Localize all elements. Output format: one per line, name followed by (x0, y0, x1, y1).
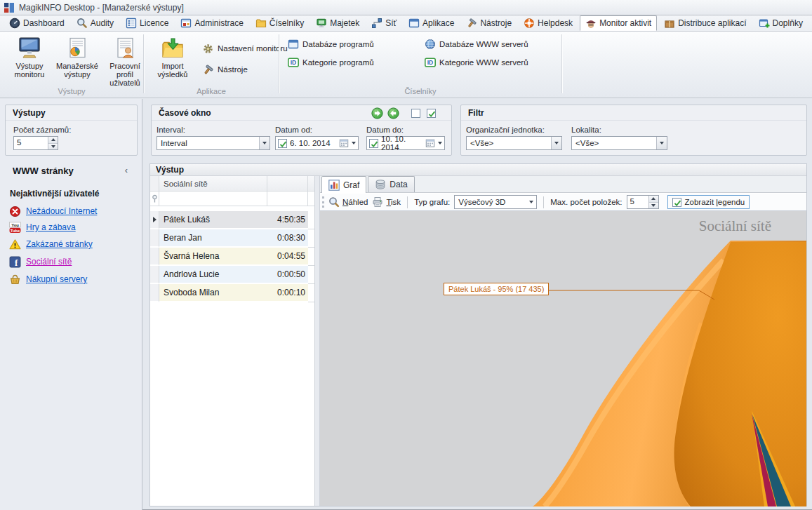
chart-toolbar: Náhled Tisk Typ grafu: Výsečový 3D Max. … (320, 194, 806, 210)
date-from-picker[interactable]: 6. 10. 2014 (275, 136, 359, 150)
sidebar-link-socialni-site[interactable]: f Sociální sítě (9, 255, 72, 269)
zakazane-stranky-link[interactable]: Zakázané stránky (26, 239, 93, 249)
magnifier-icon (328, 196, 340, 208)
monitor-outputs-icon (18, 35, 41, 62)
gear-icon (202, 43, 214, 55)
zobrazit-legendu-checkbox[interactable]: Zobrazit legendu (667, 195, 750, 209)
calendar-icon[interactable] (425, 138, 435, 148)
databaze-programu-button[interactable]: Databáze programů (288, 37, 374, 51)
calendar-icon[interactable] (339, 138, 349, 148)
databaze-www-serveru-button[interactable]: Databáze WWW serverů (425, 37, 528, 51)
sidebar-link-zakazane-stranky[interactable]: Zakázané stránky (9, 237, 93, 251)
chevron-down-icon[interactable] (656, 137, 667, 149)
kategorie-www-serveru-button[interactable]: ID Kategorie WWW serverů (425, 55, 528, 69)
spinner-up-button[interactable] (48, 137, 58, 144)
chart-tab-strip: Graf Data (320, 176, 806, 193)
table-row[interactable]: Beran Jan 0:08:30 (150, 229, 314, 248)
panel-filtr: Filtr Organizační jednotka: <Vše> Lokali… (460, 105, 807, 156)
tab-distribuce-aplikaci[interactable]: Distribuce aplikací (659, 15, 751, 31)
nahled-button[interactable]: Náhled (328, 196, 368, 208)
kategorie-programu-button[interactable]: ID Kategorie programů (288, 55, 374, 69)
chevron-down-icon[interactable] (438, 142, 442, 145)
socialni-site-link[interactable]: Sociální sítě (26, 257, 72, 267)
date-to-checkbox[interactable] (369, 139, 378, 148)
cell-time: 0:00:50 (267, 266, 308, 284)
tab-dashboard[interactable]: Dashboard (4, 15, 69, 31)
panel-casove-okno-title: Časové okno (152, 105, 451, 121)
tab-sit[interactable]: Síť (366, 15, 401, 31)
tab-majetek[interactable]: Majetek (311, 15, 364, 31)
org-jednotka-combobox[interactable]: <Vše> (466, 136, 562, 150)
column-header-time[interactable] (267, 176, 308, 192)
filter-pin-icon[interactable] (150, 192, 159, 206)
column-header-socialni-site[interactable]: Sociální sítě (159, 176, 267, 192)
tab-data[interactable]: Data (368, 176, 414, 192)
legend-checkbox-box[interactable] (672, 198, 681, 207)
hry-a-zabava-link[interactable]: Hry a zábava (26, 222, 76, 232)
sidebar-link-hry-a-zabava[interactable]: YouTube Hry a zábava (9, 219, 76, 236)
lokalita-combobox[interactable]: <Vše> (571, 136, 667, 150)
tab-helpdesk[interactable]: Helpdesk (519, 15, 578, 31)
prev-window-button[interactable] (387, 107, 399, 119)
chart-type-combobox[interactable]: Výsečový 3D (454, 195, 537, 209)
sidebar-collapse-button[interactable]: ‹ (121, 165, 132, 175)
chevron-down-icon[interactable] (551, 137, 561, 149)
tab-doplnky[interactable]: Doplňky (754, 15, 808, 31)
vystupy-monitoru-button[interactable]: Výstupy monitoru (6, 34, 53, 88)
record-count-spinner[interactable]: 5 (13, 136, 58, 150)
sidebar-link-nezadouci-internet[interactable]: Nežádoucí Internet (9, 204, 97, 218)
tisk-button[interactable]: Tisk (372, 196, 401, 208)
window-option-checkbox-checked[interactable] (427, 109, 436, 118)
tab-monitor-aktivit[interactable]: Monitor aktivit (580, 15, 657, 31)
cell-time: 0:08:30 (267, 229, 308, 248)
kategorie-www-serveru-label: Kategorie WWW serverů (439, 58, 528, 67)
nakupni-servery-link[interactable]: Nákupní servery (26, 274, 87, 284)
tab-aplikace[interactable]: Aplikace (404, 15, 459, 31)
manazerske-vystupy-button[interactable]: Manažerské výstupy (53, 34, 101, 88)
sidebar-link-nakupni-servery[interactable]: Nákupní servery (9, 272, 87, 286)
window-option-checkbox-unchecked[interactable] (411, 109, 420, 118)
tab-ciselniky[interactable]: Číselníky (251, 15, 309, 31)
import-vysledku-button[interactable]: Import výsledků (149, 34, 197, 88)
tab-nastroje[interactable]: Nástroje (461, 15, 517, 31)
pracovni-profil-button[interactable]: Pracovní profil uživatelů (101, 34, 149, 88)
next-window-button[interactable] (371, 107, 383, 119)
nezadouci-internet-link[interactable]: Nežádoucí Internet (26, 206, 97, 216)
tab-graf[interactable]: Graf (321, 176, 366, 193)
tab-administrace[interactable]: Administrace (175, 15, 248, 31)
max-items-spinner[interactable]: 5 (627, 195, 659, 209)
table-row[interactable]: Andrlová Lucie 0:00:50 (150, 266, 314, 284)
spinner-down-button[interactable] (649, 203, 658, 209)
blocked-icon (9, 206, 21, 217)
filter-cell-time[interactable] (267, 192, 308, 206)
title-bar: MagikINFO Desktop - [Manažerské výstupy] (0, 0, 812, 15)
group-caption-ciselniky: Číselníky (279, 87, 561, 95)
chevron-down-icon[interactable] (259, 137, 269, 149)
panel-vystupy-title: Výstupy (6, 105, 137, 121)
tab-licence[interactable]: Licence (121, 15, 173, 31)
nastaveni-monitoru-button[interactable]: Nastavení monitoru (202, 41, 288, 55)
chevron-down-icon[interactable] (526, 196, 536, 208)
facebook-icon: f (9, 256, 21, 268)
chevron-down-icon[interactable] (352, 142, 356, 145)
tab-audity[interactable]: Audity (72, 15, 119, 31)
addon-icon (759, 18, 770, 29)
date-to-picker[interactable]: 10. 10. 2014 (366, 136, 445, 150)
interval-combobox[interactable]: Interval (157, 136, 270, 150)
spinner-down-button[interactable] (48, 144, 58, 150)
app-logo-icon (4, 3, 14, 13)
table-row[interactable]: Švarná Helena 0:04:55 (150, 248, 314, 266)
date-from-checkbox[interactable] (278, 139, 287, 148)
spinner-up-button[interactable] (649, 196, 658, 203)
chart-canvas: Sociální sítě Pátek Lukáš - 95% (17 435) (320, 210, 806, 506)
nastroje-button[interactable]: Nástroje (202, 62, 248, 76)
panel-vystup-title: Výstup (150, 164, 806, 176)
package-icon (664, 18, 675, 29)
table-chart-splitter[interactable] (314, 176, 320, 506)
table-row[interactable]: Svoboda Milan 0:00:10 (150, 284, 314, 302)
filter-cell-name[interactable] (159, 192, 267, 206)
slice-callout-label[interactable]: Pátek Lukáš - 95% (17 435) (444, 283, 549, 295)
max-items-value: 5 (627, 196, 648, 208)
table-row[interactable]: Pátek Lukáš 4:50:35 (150, 211, 314, 229)
toolbar-grip[interactable] (322, 196, 324, 208)
